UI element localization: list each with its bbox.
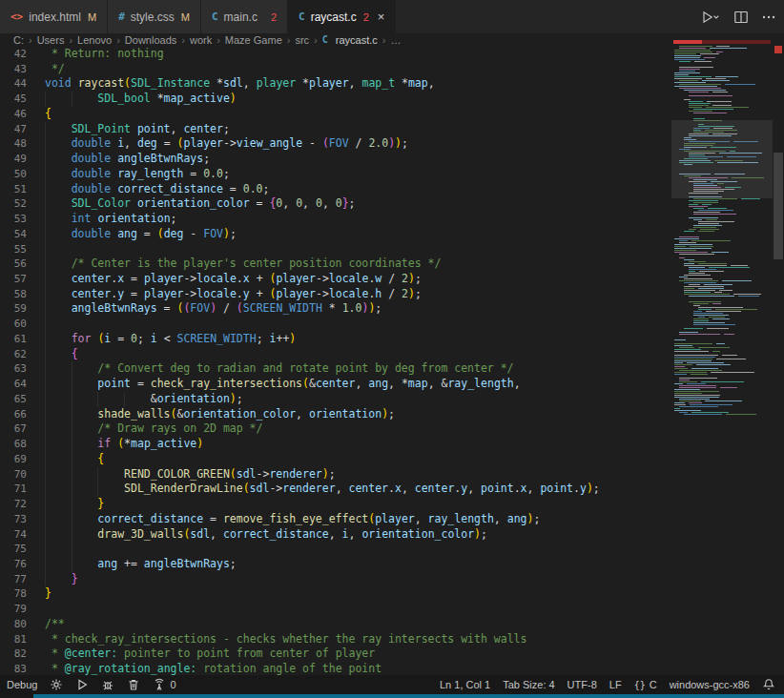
split-editor-button[interactable]	[733, 10, 749, 25]
line-number[interactable]: 58	[0, 287, 27, 302]
line-number[interactable]: 51	[0, 182, 27, 197]
code-line[interactable]: 78}	[0, 586, 671, 602]
notifications-bell-icon[interactable]	[762, 678, 775, 691]
code-line[interactable]: 61for (i = 0; i < SCREEN_WIDTH; i++)	[0, 332, 671, 347]
line-number[interactable]: 55	[0, 242, 27, 257]
code-line[interactable]: 63/* Convert deg to radian and rotate po…	[0, 361, 671, 377]
line-number[interactable]: 65	[0, 392, 27, 407]
code-line[interactable]: 76ang += angleBtwnRays;	[0, 557, 671, 572]
line-number[interactable]: 81	[0, 632, 27, 647]
line-number[interactable]: 45	[0, 92, 27, 107]
trash-icon[interactable]	[127, 678, 140, 691]
eol-indicator[interactable]: LF	[609, 679, 622, 690]
line-number[interactable]: 56	[0, 257, 27, 272]
tab-size[interactable]: Tab Size: 4	[503, 679, 554, 690]
line-number[interactable]: 43	[0, 62, 27, 77]
line-number[interactable]: 47	[0, 122, 27, 137]
bug-icon[interactable]	[101, 678, 114, 691]
code-line[interactable]: 75	[0, 542, 671, 557]
line-number[interactable]: 67	[0, 421, 27, 437]
code-line[interactable]: 74draw_3D_walls(sdl, correct_distance, i…	[0, 527, 671, 543]
code-line[interactable]: 59angleBtwnRays = ((FOV) / (SCREEN_WIDTH…	[0, 301, 671, 317]
code-line[interactable]: 53int orientation;	[0, 212, 671, 227]
code-line[interactable]: 58center.y = player->locale.y + (player-…	[0, 287, 671, 302]
breadcrumb-item[interactable]: Lenovo	[77, 33, 112, 47]
line-number[interactable]: 64	[0, 377, 27, 392]
play-icon[interactable]	[75, 678, 89, 691]
code-line[interactable]: 47SDL_Point point, center;	[0, 122, 671, 137]
line-number[interactable]: 62	[0, 347, 27, 362]
breadcrumb-item[interactable]: Downloads	[125, 33, 176, 47]
breadcrumb-item[interactable]: Users	[37, 33, 65, 47]
code-line[interactable]: 46{	[0, 107, 671, 122]
cursor-position[interactable]: Ln 1, Col 1	[440, 679, 490, 690]
line-number[interactable]: 53	[0, 212, 27, 227]
line-number[interactable]: 49	[0, 152, 27, 167]
code-line[interactable]: 51double correct_distance = 0.0;	[0, 182, 671, 197]
encoding[interactable]: UTF-8	[567, 679, 597, 690]
tab-index.html[interactable]: <>index.htmlM	[0, 0, 108, 33]
line-number[interactable]: 54	[0, 227, 27, 242]
line-number[interactable]: 80	[0, 617, 27, 632]
code-line[interactable]: 57center.x = player->locale.x + (player-…	[0, 272, 671, 287]
line-number[interactable]: 78	[0, 586, 27, 602]
line-number[interactable]: 68	[0, 437, 27, 452]
line-number[interactable]: 82	[0, 647, 27, 662]
line-number[interactable]: 59	[0, 301, 27, 317]
line-number[interactable]: 48	[0, 136, 27, 152]
line-number[interactable]: 50	[0, 167, 27, 182]
code-line[interactable]: 44void raycast(SDL_Instance *sdl, player…	[0, 76, 671, 92]
code-line[interactable]: 72}	[0, 497, 671, 512]
code-line[interactable]: 55	[0, 242, 671, 257]
code-line[interactable]: 69{	[0, 452, 671, 467]
editor-scrollbar[interactable]	[773, 33, 784, 677]
language-mode[interactable]: {}C	[634, 679, 657, 690]
line-number[interactable]: 79	[0, 602, 27, 617]
code-editor[interactable]: 42 * Return: nothing43 */44void raycast(…	[0, 47, 671, 677]
code-line[interactable]: 45SDL_bool *map_active)	[0, 92, 671, 107]
code-line[interactable]: 73correct_distance = remove_fish_eye_eff…	[0, 512, 671, 527]
line-number[interactable]: 44	[0, 76, 27, 92]
code-line[interactable]: 60	[0, 317, 671, 332]
line-number[interactable]: 70	[0, 467, 27, 482]
code-line[interactable]: 66shade_walls(&orientation_color, orient…	[0, 407, 671, 422]
line-number[interactable]: 77	[0, 572, 27, 587]
tab-main.c[interactable]: Cmain.c2	[201, 0, 288, 33]
code-line[interactable]: 80/**	[0, 617, 671, 632]
run-or-debug-button[interactable]	[700, 10, 721, 25]
more-actions-button[interactable]	[761, 10, 776, 25]
line-number[interactable]: 42	[0, 47, 27, 62]
line-number[interactable]: 46	[0, 107, 27, 122]
line-number[interactable]: 72	[0, 497, 27, 512]
line-number[interactable]: 57	[0, 272, 27, 287]
close-icon[interactable]: ×	[378, 10, 385, 23]
code-line[interactable]: 48double i, deg = (player->view_angle - …	[0, 136, 671, 152]
tab-raycast.c[interactable]: Craycast.c2×	[288, 0, 396, 33]
code-line[interactable]: 43 */	[0, 62, 671, 77]
code-line[interactable]: 50double ray_length = 0.0;	[0, 167, 671, 182]
gear-icon[interactable]	[50, 678, 63, 691]
code-line[interactable]: 77}	[0, 572, 671, 587]
line-number[interactable]: 73	[0, 512, 27, 527]
code-line[interactable]: 70REND_COLOR_GREEN(sdl->renderer);	[0, 467, 671, 482]
compiler-kit[interactable]: windows-gcc-x86	[670, 679, 750, 690]
code-line[interactable]: 56/* Center is the player's center posit…	[0, 257, 671, 272]
line-number[interactable]: 74	[0, 527, 27, 543]
code-line[interactable]: 71SDL_RenderDrawLine(sdl->renderer, cent…	[0, 482, 671, 497]
minimap-slider[interactable]	[671, 120, 773, 198]
line-number[interactable]: 71	[0, 482, 27, 497]
code-line[interactable]: 54double ang = (deg - FOV);	[0, 227, 671, 242]
breadcrumb-file[interactable]: raycast.c	[336, 33, 378, 47]
line-number[interactable]: 60	[0, 317, 27, 332]
code-line[interactable]: 62{	[0, 347, 671, 362]
code-line[interactable]: 42 * Return: nothing	[0, 47, 671, 62]
minimap[interactable]	[671, 38, 773, 431]
code-line[interactable]: 79	[0, 602, 671, 617]
debug-status-label[interactable]: Debug	[7, 679, 37, 690]
breadcrumb-item[interactable]: work	[190, 33, 212, 47]
line-number[interactable]: 66	[0, 407, 27, 422]
line-number[interactable]: 76	[0, 557, 27, 572]
breadcrumb-item[interactable]: C:	[13, 33, 24, 47]
line-number[interactable]: 75	[0, 542, 27, 557]
code-line[interactable]: 52SDL_Color orientation_color = {0, 0, 0…	[0, 196, 671, 212]
